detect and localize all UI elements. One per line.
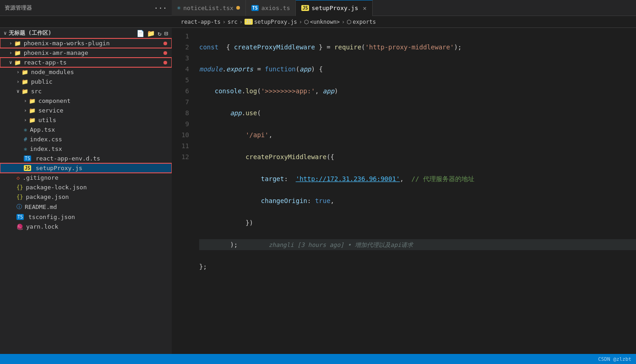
folder-icon: 📁 xyxy=(29,117,36,123)
folder-arrow: › xyxy=(9,40,12,46)
tab-label-axios: axios.ts xyxy=(261,5,290,11)
breadcrumb-react-app-ts: react-app-ts xyxy=(181,19,221,25)
sidebar-item-package-lock[interactable]: {} package-lock.json xyxy=(0,182,172,192)
sidebar-item-phoenix-map[interactable]: › 📁 phoenix-map-works-plugin xyxy=(0,38,172,48)
sidebar-item-label: yarn.lock xyxy=(26,223,58,230)
code-line-6: createProxyMiddleware({ xyxy=(199,151,636,162)
line-numbers: 1 2 3 4 5 6 7 8 9 10 11 12 xyxy=(172,28,195,354)
folder-icon: 📁 xyxy=(22,79,28,85)
sidebar-item-label: public xyxy=(31,78,53,85)
sidebar-item-app-tsx[interactable]: ⚛ App.tsx xyxy=(0,125,172,134)
sidebar-item-label: tsconfig.json xyxy=(28,214,75,220)
workspace-arrow: ∨ xyxy=(4,30,7,36)
sidebar-item-react-app-env[interactable]: TS react-app-env.d.ts xyxy=(0,154,172,163)
breadcrumb-src: src xyxy=(228,19,238,25)
sidebar-item-yarn-lock[interactable]: 🧶 yarn.lock xyxy=(0,222,172,231)
tab-label-noticelist: noticeList.tsx xyxy=(183,5,234,11)
tab-close-button[interactable]: × xyxy=(363,5,366,12)
folder-arrow: ∨ xyxy=(9,59,12,65)
folder-icon: 📁 xyxy=(14,40,21,47)
folder-arrow: › xyxy=(24,117,27,123)
code-line-9: }) xyxy=(199,217,636,228)
ts-file-icon: TS xyxy=(24,155,31,161)
bottom-bar: CSDN @zlzbt xyxy=(0,354,636,364)
code-line-4: app.use( xyxy=(199,107,636,118)
react-icon: ⚛ xyxy=(177,5,180,11)
sidebar-workspace-header[interactable]: ∨ 无标题 (工作区) 📄 📁 ↻ ⊟ xyxy=(0,28,172,38)
sidebar-item-setupproxy[interactable]: JS setupProxy.js xyxy=(0,163,172,173)
sidebar-item-public[interactable]: › 📁 public xyxy=(0,77,172,86)
sidebar: ∨ 无标题 (工作区) 📄 📁 ↻ ⊟ › 📁 phoenix-map-work… xyxy=(0,28,172,354)
folder-icon: 📁 xyxy=(29,107,36,114)
breadcrumb-box-icon2: ⬡ xyxy=(347,19,351,25)
breadcrumb-sep1: › xyxy=(223,19,226,25)
sidebar-item-label: src xyxy=(31,88,42,95)
sidebar-item-label: setupProxy.js xyxy=(36,165,82,171)
sidebar-item-gitignore[interactable]: ◇ .gitignore xyxy=(0,173,172,182)
badge-red xyxy=(163,42,167,45)
sidebar-item-node-modules[interactable]: › 📁 node_modules xyxy=(0,67,172,77)
breadcrumb-exports: exports xyxy=(353,19,376,25)
new-folder-icon[interactable]: 📁 xyxy=(147,30,155,37)
sidebar-item-label: .gitignore xyxy=(22,174,58,181)
code-line-2: module.exports = function(app) { xyxy=(199,64,636,75)
breadcrumb-js-icon: JS xyxy=(245,19,253,25)
tab-setupproxy[interactable]: JS setupProxy.js × xyxy=(296,0,372,16)
sidebar-item-label: component xyxy=(38,97,71,104)
top-bar: 资源管理器 ··· ⚛ noticeList.tsx TS axios.ts J… xyxy=(0,0,636,16)
sidebar-item-label: App.tsx xyxy=(30,126,55,133)
folder-arrow: ∨ xyxy=(16,88,20,94)
sidebar-item-service[interactable]: › 📁 service xyxy=(0,106,172,115)
sidebar-item-label: index.tsx xyxy=(30,145,62,152)
sidebar-item-readme[interactable]: ⓘ README.md xyxy=(0,202,172,212)
code-content[interactable]: const { createProxyMiddleware } = requir… xyxy=(195,28,636,354)
tab-axios[interactable]: TS axios.ts xyxy=(246,0,296,16)
code-line-8: changeOrigin: true, xyxy=(199,195,636,206)
sidebar-item-label: node_modules xyxy=(31,69,74,75)
sidebar-item-package-json[interactable]: {} package.json xyxy=(0,192,172,202)
code-line-11: }; xyxy=(199,261,636,272)
info-file-icon: ⓘ xyxy=(16,203,22,211)
code-editor[interactable]: 1 2 3 4 5 6 7 8 9 10 11 12 const { creat… xyxy=(172,28,636,354)
new-file-icon[interactable]: 📄 xyxy=(136,30,144,37)
tab-label-setupproxy: setupProxy.js xyxy=(312,5,359,11)
sidebar-item-label: utils xyxy=(38,117,56,123)
sidebar-item-utils[interactable]: › 📁 utils xyxy=(0,115,172,125)
sidebar-item-label: README.md xyxy=(25,203,57,210)
code-line-1: const { createProxyMiddleware } = requir… xyxy=(199,42,636,53)
sidebar-item-label: phoenix-map-works-plugin xyxy=(24,40,110,47)
sidebar-item-react-app-ts[interactable]: ∨ 📁 react-app-ts xyxy=(0,58,172,67)
code-line-10: ); zhangli [3 hours ago] • 增加代理以及api请求 xyxy=(199,239,636,250)
code-line-7: target: 'http://172.31.236.96:9001', // … xyxy=(199,173,636,184)
sidebar-item-label: react-app-env.d.ts xyxy=(36,155,100,162)
sidebar-item-component[interactable]: › 📁 component xyxy=(0,96,172,106)
react-file-icon: ⚛ xyxy=(24,146,27,152)
folder-icon: 📁 xyxy=(22,88,28,95)
sidebar-item-label: index.css xyxy=(30,136,62,143)
workspace-label: 无标题 (工作区) xyxy=(9,29,52,37)
tab-modified-badge xyxy=(236,6,240,10)
js-file-icon: JS xyxy=(24,165,31,171)
folder-arrow: › xyxy=(16,69,20,75)
collapse-icon[interactable]: ⊟ xyxy=(164,30,168,37)
explorer-label: 资源管理器 xyxy=(5,4,32,12)
sidebar-item-label: package-lock.json xyxy=(26,184,87,191)
tab-noticelist[interactable]: ⚛ noticeList.tsx xyxy=(172,0,246,16)
folder-icon: 📁 xyxy=(14,59,21,66)
sidebar-item-tsconfig[interactable]: TS tsconfig.json xyxy=(0,212,172,222)
bottom-right-label: CSDN @zlzbt xyxy=(598,356,631,362)
sidebar-item-index-css[interactable]: # index.css xyxy=(0,134,172,144)
sidebar-item-index-tsx[interactable]: ⚛ index.tsx xyxy=(0,144,172,154)
folder-icon: 📁 xyxy=(29,98,36,104)
refresh-icon[interactable]: ↻ xyxy=(158,30,161,37)
breadcrumb-box-icon: ⬡ xyxy=(304,19,309,25)
breadcrumb-sep3: › xyxy=(299,19,302,25)
folder-arrow: › xyxy=(16,79,20,85)
sidebar-item-label: phoenix-amr-manage xyxy=(24,49,88,56)
folder-icon: 📁 xyxy=(14,50,21,56)
json-file-icon: {} xyxy=(16,184,23,191)
explorer-dots[interactable]: ··· xyxy=(154,4,167,12)
folder-arrow: › xyxy=(24,98,27,104)
sidebar-item-src[interactable]: ∨ 📁 src xyxy=(0,86,172,96)
sidebar-item-phoenix-amr[interactable]: › 📁 phoenix-amr-manage xyxy=(0,48,172,58)
